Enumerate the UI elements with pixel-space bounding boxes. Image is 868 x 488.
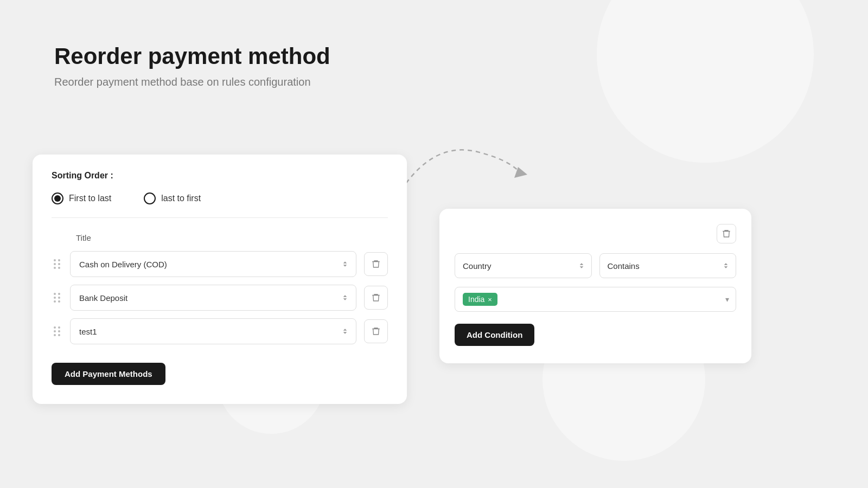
- drag-handle[interactable]: [52, 291, 62, 305]
- radio-label-last: last to first: [161, 194, 201, 203]
- add-payment-methods-button[interactable]: Add Payment Methods: [52, 363, 165, 385]
- delete-payment-1-button[interactable]: [364, 252, 388, 276]
- delete-condition-button[interactable]: [717, 224, 736, 243]
- value-tag-india: India ×: [463, 293, 497, 306]
- drag-handle[interactable]: [52, 257, 62, 271]
- page-subtitle: Reorder payment method base on rules con…: [54, 76, 330, 88]
- condition-field-select[interactable]: Country City State Total: [455, 253, 592, 278]
- radio-group: First to last last to first: [52, 192, 388, 218]
- condition-header: [455, 224, 736, 243]
- delete-payment-2-button[interactable]: [364, 286, 388, 310]
- radio-circle-last: [144, 192, 156, 204]
- payment-method-select-2[interactable]: Bank Deposit: [70, 285, 356, 311]
- radio-label-first: First to last: [69, 194, 111, 203]
- radio-first-to-last[interactable]: First to last: [52, 192, 111, 204]
- payment-row: test1: [52, 318, 388, 344]
- payment-method-select-1[interactable]: Cash on Delivery (COD): [70, 251, 356, 277]
- condition-card: Country City State Total Contains Does n…: [439, 209, 751, 363]
- condition-selects-row: Country City State Total Contains Does n…: [455, 253, 736, 278]
- delete-payment-3-button[interactable]: [364, 319, 388, 343]
- payment-row: Cash on Delivery (COD): [52, 251, 388, 277]
- value-tag-label: India: [468, 295, 484, 304]
- radio-circle-first: [52, 192, 63, 204]
- condition-value-selector[interactable]: India × ▾: [455, 287, 736, 312]
- page-header: Reorder payment method Reorder payment m…: [54, 43, 330, 88]
- radio-last-to-first[interactable]: last to first: [144, 192, 201, 204]
- drag-handle[interactable]: [52, 324, 62, 338]
- add-condition-button[interactable]: Add Condition: [455, 324, 534, 346]
- table-column-title: Title: [52, 233, 388, 242]
- payment-row: Bank Deposit: [52, 285, 388, 311]
- sorting-card: Sorting Order : First to last last to fi…: [33, 155, 407, 404]
- value-tag-close-icon[interactable]: ×: [488, 296, 492, 303]
- page-title: Reorder payment method: [54, 43, 330, 69]
- condition-operator-select[interactable]: Contains Does not contain Equals Not equ…: [599, 253, 737, 278]
- chevron-down-icon: ▾: [725, 295, 729, 304]
- payment-method-select-3[interactable]: test1: [70, 318, 356, 344]
- bg-decoration-1: [597, 0, 814, 163]
- sorting-order-label: Sorting Order :: [52, 171, 388, 181]
